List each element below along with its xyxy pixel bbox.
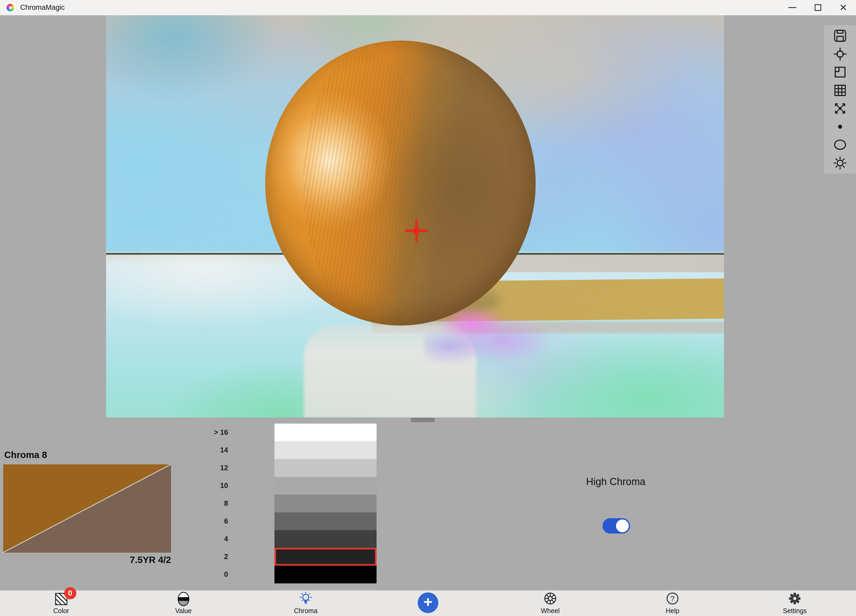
canvas-drag-handle[interactable] — [411, 418, 434, 422]
brightness-button[interactable] — [833, 155, 848, 171]
high-chroma-toggle[interactable] — [602, 518, 630, 533]
value-row-band[interactable] — [274, 495, 377, 512]
save-icon — [833, 29, 847, 43]
value-row-band[interactable] — [274, 459, 377, 477]
high-chroma-label: High Chroma — [550, 476, 682, 487]
point-button[interactable] — [833, 119, 848, 134]
side-toolbar — [824, 25, 856, 174]
close-button[interactable]: ✕ — [831, 0, 856, 15]
nav-label-color: Color — [53, 607, 69, 614]
grid-icon — [833, 83, 847, 97]
value-ellipse-icon — [178, 592, 189, 606]
circle-outline-icon — [833, 138, 847, 152]
value-row: 10 — [186, 477, 377, 495]
value-row: 12 — [186, 459, 377, 477]
value-row: 4 — [186, 530, 377, 548]
maximize-button[interactable] — [805, 0, 831, 15]
value-row-band[interactable] — [274, 565, 377, 584]
svg-text:?: ? — [670, 594, 674, 603]
nav-item-help[interactable]: ? Help — [611, 591, 734, 616]
crosshair-center — [413, 228, 419, 233]
nav-item-settings[interactable]: Settings — [734, 591, 856, 616]
nav-item-chroma[interactable]: Chroma — [245, 591, 367, 616]
app-logo-icon — [5, 3, 15, 13]
main-area: Chroma 8 7.5YR 4/2 > 16 14 12 10 8 6 — [0, 15, 856, 591]
nav-label-value: Value — [175, 607, 192, 614]
value-row-label: 4 — [186, 530, 228, 548]
value-row-band[interactable] — [274, 424, 377, 441]
app-title: ChromaMagic — [20, 3, 65, 12]
image-orange-subject — [265, 41, 536, 326]
chroma-chip-swatch — [3, 464, 171, 553]
minimize-button[interactable] — [780, 0, 805, 15]
window-controls: ✕ — [780, 0, 856, 15]
value-row-label: 12 — [186, 459, 228, 477]
brightness-sun-icon — [833, 156, 847, 170]
add-button[interactable]: + — [418, 592, 438, 613]
bottom-nav: 0 Color Value Chroma + — [0, 590, 856, 616]
color-wheel-icon — [543, 591, 557, 607]
crosshair-target-icon — [833, 47, 847, 61]
save-button[interactable] — [833, 28, 848, 43]
toggle-knob — [616, 519, 629, 532]
small-point-icon — [833, 120, 847, 134]
value-row: 0 — [186, 565, 377, 584]
nav-label-settings: Settings — [783, 607, 807, 614]
color-badge: 0 — [64, 587, 76, 599]
lightbulb-icon — [299, 591, 313, 607]
value-row-band[interactable] — [274, 530, 377, 548]
value-row: 14 — [186, 441, 377, 459]
nav-item-wheel[interactable]: Wheel — [489, 591, 611, 616]
value-row-band-selected[interactable] — [274, 548, 377, 565]
value-row-label: 6 — [186, 512, 228, 530]
value-row: 6 — [186, 512, 377, 530]
help-question-icon: ? — [666, 591, 679, 607]
value-row: 8 — [186, 495, 377, 512]
value-row-label: > 16 — [186, 424, 228, 441]
minimize-icon — [788, 7, 796, 8]
value-scale: > 16 14 12 10 8 6 4 2 — [186, 424, 377, 584]
crosshair-tool-button[interactable] — [833, 47, 848, 61]
nav-label-wheel: Wheel — [541, 607, 560, 614]
value-row-band[interactable] — [274, 441, 377, 459]
gear-icon — [788, 591, 802, 607]
titlebar: ChromaMagic ✕ — [0, 0, 856, 15]
nav-item-add[interactable]: + — [367, 591, 489, 616]
maximize-icon — [814, 4, 821, 11]
value-row-label: 2 — [186, 548, 228, 565]
expand-move-icon — [833, 101, 847, 115]
value-row-band[interactable] — [274, 477, 377, 495]
nav-label-help: Help — [666, 607, 679, 614]
value-row-label: 10 — [186, 477, 228, 495]
value-row-label: 0 — [186, 565, 228, 584]
expand-button[interactable] — [833, 101, 848, 116]
value-row-label: 14 — [186, 441, 228, 459]
chroma-chip-title: Chroma 8 — [4, 450, 47, 460]
image-canvas[interactable] — [106, 15, 724, 418]
value-row-band[interactable] — [274, 512, 377, 530]
crop-corner-icon — [833, 65, 847, 79]
nav-label-chroma: Chroma — [294, 607, 317, 614]
plus-icon: + — [423, 594, 433, 610]
value-row-label: 8 — [186, 495, 228, 512]
value-row: > 16 — [186, 424, 377, 441]
nav-item-value[interactable]: Value — [122, 591, 245, 616]
circle-button[interactable] — [833, 137, 848, 152]
value-row: 2 — [186, 548, 377, 565]
chromamagic-app: { "titlebar": { "title": "ChromaMagic" }… — [0, 0, 856, 616]
grid-button[interactable] — [833, 83, 848, 98]
nav-item-color[interactable]: 0 Color — [0, 591, 122, 616]
munsell-code-label: 7.5YR 4/2 — [3, 555, 171, 565]
crop-corner-button[interactable] — [833, 65, 848, 80]
close-icon: ✕ — [839, 3, 847, 12]
